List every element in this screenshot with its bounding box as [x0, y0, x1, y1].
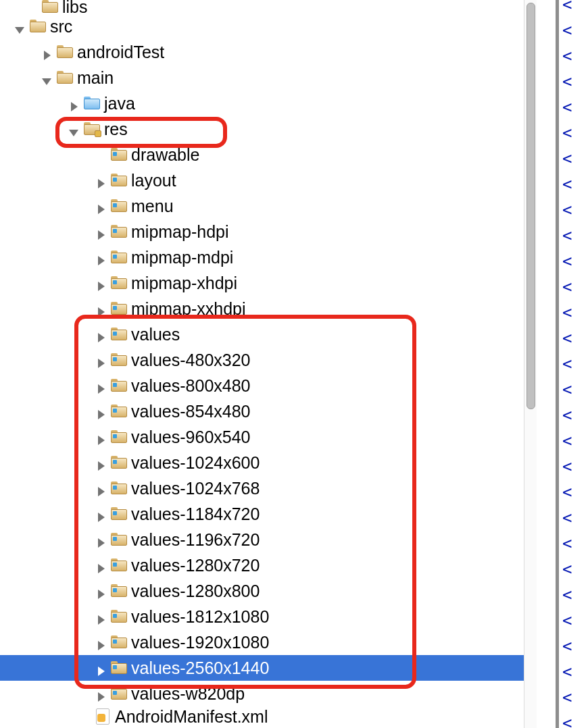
- editor-token: <: [562, 98, 572, 117]
- disclosure-right-icon[interactable]: [95, 354, 107, 366]
- tree-label: mipmap-hdpi: [131, 222, 229, 242]
- tree-row-mipmap-mdpi[interactable]: mipmap-mdpi: [0, 244, 524, 270]
- disclosure-right-icon[interactable]: [68, 97, 80, 109]
- tree-label: menu: [131, 197, 174, 216]
- disclosure-right-icon[interactable]: [95, 534, 107, 546]
- tree-row-menu[interactable]: menu: [0, 193, 524, 219]
- editor-token: <: [562, 252, 572, 271]
- tree-row-values-1280x800[interactable]: values-1280x800: [0, 578, 524, 604]
- disclosure-right-icon[interactable]: [95, 559, 107, 571]
- folder-icon: [42, 0, 58, 14]
- editor-token: <: [562, 509, 572, 527]
- disclosure-right-icon[interactable]: [95, 636, 107, 648]
- svg-marker-13: [98, 384, 105, 394]
- editor-token: <: [562, 688, 572, 707]
- tree-scrollbar-thumb[interactable]: [526, 3, 535, 409]
- svg-marker-6: [98, 205, 105, 214]
- project-tree[interactable]: libs src androidTest main ja: [0, 0, 524, 728]
- tree-label: mipmap-mdpi: [131, 248, 233, 267]
- disclosure-down-icon[interactable]: [14, 20, 26, 32]
- tree-row-res[interactable]: res: [0, 116, 524, 142]
- disclosure-down-icon[interactable]: [41, 72, 53, 84]
- editor-token: <: [562, 278, 572, 296]
- tree-row-mipmap-xxhdpi[interactable]: mipmap-xxhdpi: [0, 296, 524, 321]
- resource-folder-icon: [111, 148, 127, 161]
- svg-marker-18: [98, 513, 105, 522]
- disclosure-right-icon[interactable]: [95, 328, 107, 340]
- tree-row-values-w820dp[interactable]: values-w820dp: [0, 681, 524, 706]
- disclosure-right-icon[interactable]: [95, 303, 107, 315]
- svg-marker-16: [98, 461, 105, 471]
- tree-row-layout[interactable]: layout: [0, 167, 524, 193]
- svg-marker-5: [98, 179, 105, 188]
- split-divider[interactable]: [556, 0, 559, 728]
- disclosure-right-icon[interactable]: [95, 687, 107, 700]
- disclosure-down-icon[interactable]: [68, 123, 80, 135]
- disclosure-right-icon[interactable]: [95, 662, 107, 674]
- editor-token: <: [562, 406, 572, 425]
- tree-row-java[interactable]: java: [0, 90, 524, 116]
- resource-folder-icon: [111, 661, 127, 675]
- disclosure-right-icon[interactable]: [95, 226, 107, 238]
- tree-row-src[interactable]: src: [0, 14, 524, 39]
- tree-label: values-1024x600: [131, 453, 260, 473]
- disclosure-right-icon[interactable]: [95, 482, 107, 494]
- svg-marker-24: [98, 667, 105, 676]
- tree-row-values-1184x720[interactable]: values-1184x720: [0, 501, 524, 527]
- disclosure-right-icon[interactable]: [95, 457, 107, 469]
- disclosure-right-icon[interactable]: [95, 174, 107, 186]
- svg-marker-15: [98, 436, 105, 445]
- disclosure-right-icon[interactable]: [95, 251, 107, 263]
- resource-folder-icon: [111, 302, 127, 315]
- svg-marker-19: [98, 538, 105, 548]
- tree-row-values-1024x768[interactable]: values-1024x768: [0, 475, 524, 501]
- tree-row-main[interactable]: main: [0, 65, 524, 90]
- tree-row-values-1920x1080[interactable]: values-1920x1080: [0, 629, 524, 655]
- svg-marker-7: [98, 230, 105, 240]
- svg-marker-9: [98, 282, 105, 291]
- editor-token: <: [562, 380, 572, 399]
- tree-row-mipmap-hdpi[interactable]: mipmap-hdpi: [0, 219, 524, 244]
- resource-folder-icon: [111, 430, 127, 444]
- tree-label: androidTest: [77, 43, 164, 62]
- disclosure-right-icon[interactable]: [41, 46, 53, 58]
- svg-marker-11: [98, 333, 105, 342]
- disclosure-right-icon[interactable]: [95, 277, 107, 289]
- tree-scrollbar-track[interactable]: [524, 0, 537, 728]
- disclosure-right-icon[interactable]: [95, 585, 107, 597]
- tree-row-mipmap-xhdpi[interactable]: mipmap-xhdpi: [0, 270, 524, 296]
- tree-row-values-800x480[interactable]: values-800x480: [0, 373, 524, 398]
- resource-folder-icon: [111, 405, 127, 418]
- tree-row-values-1280x720[interactable]: values-1280x720: [0, 552, 524, 578]
- resource-folder-icon: [111, 199, 127, 213]
- tree-label: src: [50, 17, 72, 36]
- tree-row-androidtest[interactable]: androidTest: [0, 39, 524, 65]
- svg-marker-25: [98, 692, 105, 702]
- tree-row-values-960x540[interactable]: values-960x540: [0, 424, 524, 450]
- tree-row-values-1196x720[interactable]: values-1196x720: [0, 527, 524, 552]
- tree-row-values-1024x600[interactable]: values-1024x600: [0, 450, 524, 475]
- svg-marker-22: [98, 615, 105, 625]
- resource-folder-icon: [111, 584, 127, 598]
- tree-row-manifest[interactable]: AndroidManifest.xml: [0, 706, 524, 727]
- tree-row-libs[interactable]: libs: [0, 0, 524, 14]
- tree-row-values-2560x1440[interactable]: values-2560x1440: [0, 655, 524, 681]
- svg-marker-21: [98, 590, 105, 599]
- disclosure-right-icon[interactable]: [95, 610, 107, 623]
- tree-row-values-854x480[interactable]: values-854x480: [0, 398, 524, 424]
- editor-area[interactable]: < < < < < < < < < < < < < < < < < < < < …: [562, 0, 588, 728]
- tree-row-drawable[interactable]: drawable: [0, 142, 524, 167]
- tree-label: AndroidManifest.xml: [115, 707, 268, 727]
- editor-token: <: [562, 662, 572, 681]
- disclosure-right-icon[interactable]: [95, 508, 107, 520]
- disclosure-right-icon[interactable]: [95, 200, 107, 212]
- disclosure-right-icon[interactable]: [95, 431, 107, 443]
- tree-row-values-1812x1080[interactable]: values-1812x1080: [0, 604, 524, 629]
- disclosure-right-icon[interactable]: [95, 380, 107, 392]
- tree-row-values-480x320[interactable]: values-480x320: [0, 347, 524, 373]
- disclosure-right-icon[interactable]: [95, 405, 107, 417]
- svg-marker-1: [44, 51, 51, 60]
- editor-token: <: [562, 226, 572, 245]
- tree-label: values: [131, 325, 180, 344]
- tree-row-values[interactable]: values: [0, 321, 524, 347]
